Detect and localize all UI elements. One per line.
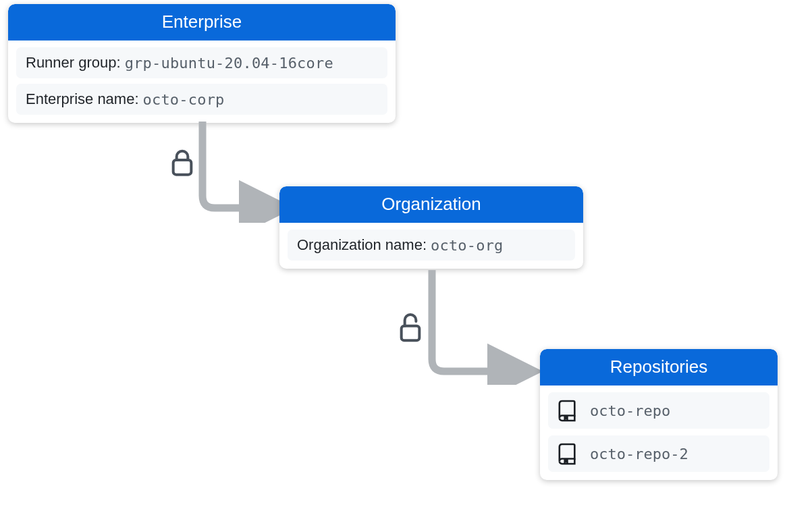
organization-title: Organization xyxy=(279,186,583,223)
enterprise-name-field: Enterprise name: octo-corp xyxy=(16,84,387,115)
enterprise-title: Enterprise xyxy=(8,4,396,41)
runner-group-field: Runner group: grp-ubuntu-20.04-16core xyxy=(16,47,387,78)
repositories-card: Repositories octo-repo octo-repo-2 xyxy=(540,349,778,480)
organization-name-value: octo-org xyxy=(431,237,504,254)
organization-name-label: Organization name: xyxy=(297,236,427,254)
svg-rect-0 xyxy=(173,160,192,175)
svg-rect-1 xyxy=(402,326,420,341)
enterprise-name-label: Enterprise name: xyxy=(26,90,139,108)
repositories-body: octo-repo octo-repo-2 xyxy=(540,385,778,480)
enterprise-name-value: octo-corp xyxy=(143,91,225,108)
lock-open-icon xyxy=(397,311,424,346)
lock-closed-icon xyxy=(169,147,196,180)
organization-body: Organization name: octo-org xyxy=(279,223,583,269)
organization-name-field: Organization name: octo-org xyxy=(288,230,575,261)
runner-group-label: Runner group: xyxy=(26,54,121,72)
repository-item: octo-repo xyxy=(548,392,769,429)
connector-org-repositories xyxy=(418,270,553,385)
repo-icon xyxy=(558,442,578,465)
runner-group-value: grp-ubuntu-20.04-16core xyxy=(125,55,333,72)
repo-icon xyxy=(558,399,578,422)
enterprise-body: Runner group: grp-ubuntu-20.04-16core En… xyxy=(8,41,396,123)
repository-item: octo-repo-2 xyxy=(548,435,769,472)
repository-name: octo-repo-2 xyxy=(590,446,688,462)
repositories-title: Repositories xyxy=(540,349,778,385)
repository-name: octo-repo xyxy=(590,402,670,419)
enterprise-card: Enterprise Runner group: grp-ubuntu-20.0… xyxy=(8,4,396,123)
organization-card: Organization Organization name: octo-org xyxy=(279,186,583,269)
